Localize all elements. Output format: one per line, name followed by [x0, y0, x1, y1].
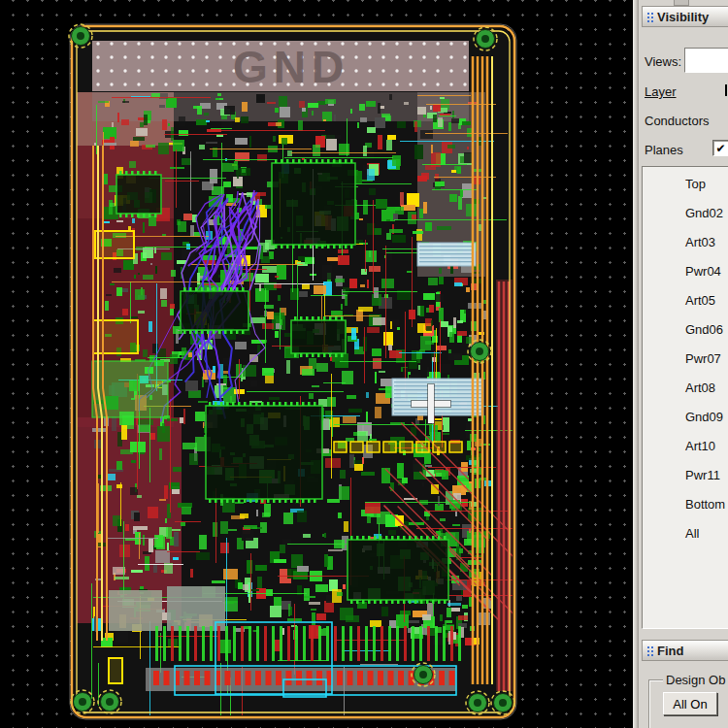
grip-dots-icon	[646, 12, 653, 22]
layer-column-header[interactable]: Layer	[645, 84, 677, 99]
layer-list-item-bottom[interactable]: Bottom	[681, 497, 728, 526]
layer-list-item-pwr04[interactable]: Pwr04	[681, 264, 728, 293]
layer-list-item-art05[interactable]: Art05	[681, 293, 728, 322]
visibility-panel-header[interactable]: Visibility	[642, 6, 728, 27]
conductors-row-label[interactable]: Conductors	[645, 114, 709, 128]
layer-list-item-gnd09[interactable]: Gnd09	[681, 410, 728, 439]
layer-list-item-gnd06[interactable]: Gnd06	[681, 322, 728, 351]
gnd-plane-label: GND	[233, 42, 349, 92]
all-on-button[interactable]: All On	[663, 692, 717, 715]
layer-list: TopGnd02Art03Pwr04Art05Gnd06Pwr07Art08Gn…	[642, 166, 728, 629]
layer-list-item-pwr11[interactable]: Pwr11	[681, 468, 728, 497]
planes-checkbox[interactable]: ✔	[712, 140, 728, 156]
planes-row-label[interactable]: Planes	[645, 143, 683, 157]
application-window: GND Visibility Views: Layer Conductors P…	[0, 0, 728, 728]
layer-list-item-art08[interactable]: Art08	[681, 381, 728, 410]
design-object-group-box: Design Ob All On	[648, 679, 728, 728]
layer-list-item-top[interactable]: Top	[681, 177, 728, 206]
visibility-panel-title: Visibility	[657, 10, 709, 24]
grip-dots-icon	[646, 645, 653, 656]
second-column-header-partial	[725, 84, 727, 96]
pcb-canvas[interactable]: GND	[0, 0, 633, 728]
design-object-group-label: Design Ob	[663, 673, 728, 687]
layer-list-item-art03[interactable]: Art03	[681, 235, 728, 264]
layer-list-item-gnd02[interactable]: Gnd02	[681, 206, 728, 235]
layer-list-item-all[interactable]: All	[681, 526, 728, 555]
views-input[interactable]	[684, 48, 728, 73]
layer-list-item-art10[interactable]: Art10	[681, 439, 728, 468]
find-panel-title: Find	[657, 644, 683, 658]
layer-list-item-pwr07[interactable]: Pwr07	[681, 351, 728, 381]
find-panel-header[interactable]: Find	[642, 640, 728, 661]
pcb-board-graphic: GND	[0, 0, 633, 728]
views-label: Views:	[645, 54, 681, 69]
right-dock-panel: Visibility Views: Layer Conductors Plane…	[639, 0, 728, 728]
